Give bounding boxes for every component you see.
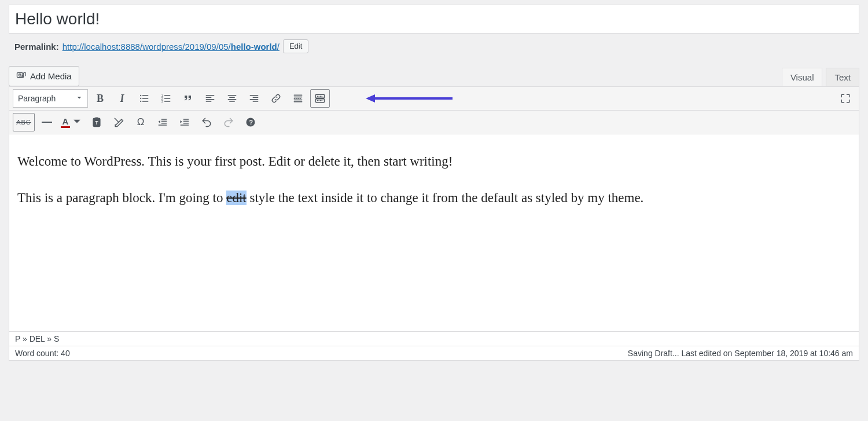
redo-button[interactable] [219, 113, 238, 131]
svg-rect-34 [320, 96, 321, 97]
special-character-button[interactable]: Ω [131, 113, 150, 131]
svg-point-6 [141, 101, 141, 102]
italic-button[interactable]: I [112, 89, 132, 108]
svg-rect-40 [322, 100, 323, 101]
undo-button[interactable] [197, 113, 216, 131]
svg-marker-54 [159, 120, 160, 123]
svg-marker-42 [366, 94, 375, 102]
post-title-input[interactable] [9, 5, 859, 34]
svg-rect-37 [317, 100, 318, 101]
svg-point-4 [141, 98, 141, 99]
tab-visual[interactable]: Visual [782, 68, 823, 86]
svg-rect-39 [320, 100, 321, 101]
svg-rect-35 [322, 96, 323, 97]
numbered-list-button[interactable]: 123 [156, 89, 176, 108]
svg-rect-32 [317, 96, 318, 97]
align-left-button[interactable] [200, 89, 220, 108]
align-right-button[interactable] [244, 89, 264, 108]
toolbar-toggle-button[interactable] [310, 89, 330, 108]
read-more-button[interactable] [288, 89, 308, 108]
svg-text:3: 3 [161, 100, 163, 103]
format-select[interactable]: Paragraph [13, 89, 88, 108]
clear-formatting-button[interactable] [109, 113, 128, 131]
bullet-list-button[interactable] [134, 89, 154, 108]
strikethrough-button[interactable]: ABC [13, 113, 35, 131]
link-button[interactable] [266, 89, 286, 108]
strikethrough-selection: edit [226, 191, 247, 205]
svg-text:T: T [95, 120, 98, 126]
toolbar-row-2: ABC A TT Ω ? [9, 111, 859, 134]
indent-button[interactable] [175, 113, 194, 131]
outdent-button[interactable] [153, 113, 172, 131]
svg-text:?: ? [249, 119, 253, 126]
svg-marker-59 [181, 120, 182, 123]
editor-box: Paragraph B I 123 [9, 86, 859, 361]
chevron-down-icon [71, 116, 83, 129]
content-paragraph-1: Welcome to WordPress. This is your first… [17, 152, 851, 172]
svg-line-49 [115, 119, 119, 123]
annotation-arrow-icon [366, 93, 453, 104]
svg-point-2 [141, 96, 141, 96]
content-paragraph-2: This is a paragraph block. I'm going to … [17, 188, 851, 208]
svg-rect-33 [319, 96, 320, 97]
editor-content[interactable]: Welcome to WordPress. This is your first… [9, 134, 859, 331]
hr-icon [42, 122, 52, 123]
help-button[interactable]: ? [241, 113, 260, 131]
editor-tabs: Visual Text [782, 68, 859, 86]
permalink-row: Permalink: http://localhost:8888/wordpre… [9, 34, 859, 53]
paste-as-text-button[interactable]: TT [87, 113, 106, 131]
word-count: Word count: 40 [15, 349, 70, 358]
tab-text[interactable]: Text [826, 68, 859, 86]
add-media-label: Add Media [30, 71, 72, 81]
align-center-button[interactable] [222, 89, 242, 108]
element-path[interactable]: P » DEL » S [9, 331, 859, 346]
camera-music-icon [16, 70, 27, 82]
text-color-button[interactable]: A [59, 113, 84, 131]
bold-button[interactable]: B [90, 89, 110, 108]
horizontal-rule-button[interactable] [37, 113, 57, 131]
toolbar-row-1: Paragraph B I 123 [9, 87, 859, 111]
svg-rect-38 [319, 100, 320, 101]
status-bar: Word count: 40 Saving Draft... Last edit… [9, 346, 859, 360]
permalink-edit-button[interactable]: Edit [283, 39, 308, 53]
permalink-label: Permalink: [14, 42, 59, 52]
fullscreen-button[interactable] [836, 89, 855, 108]
blockquote-button[interactable] [178, 89, 198, 108]
save-status: Saving Draft... Last edited on September… [628, 349, 853, 358]
svg-rect-47 [95, 118, 98, 119]
add-media-button[interactable]: Add Media [9, 66, 79, 86]
permalink-link[interactable]: http://localhost:8888/wordpress/2019/09/… [62, 42, 279, 52]
svg-point-1 [19, 74, 21, 76]
chevron-down-icon [76, 94, 83, 103]
